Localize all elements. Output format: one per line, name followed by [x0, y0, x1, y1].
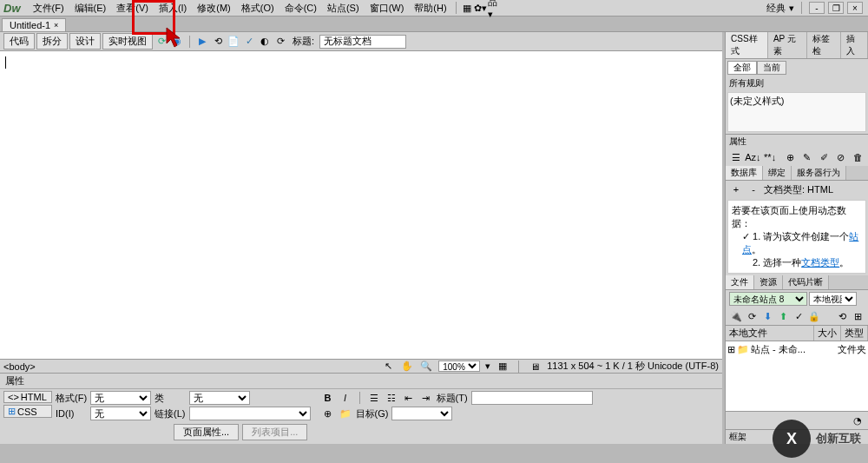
- link-select[interactable]: [189, 407, 311, 420]
- menu-help[interactable]: 帮助(H): [409, 0, 451, 17]
- sync-icon[interactable]: ⟲: [835, 309, 849, 323]
- file-row[interactable]: ⊞ 📁 站点 - 未命... 文件夹: [727, 343, 866, 356]
- layout-dropdown-icon[interactable]: ▾: [789, 3, 794, 14]
- view-select[interactable]: 本地视图: [809, 292, 857, 306]
- design-view-button[interactable]: 设计: [69, 33, 101, 50]
- indent-icon[interactable]: ⇥: [419, 391, 433, 405]
- menu-file[interactable]: 文件(F): [28, 0, 69, 17]
- new-rule-icon[interactable]: ✎: [800, 150, 813, 164]
- outdent-icon[interactable]: ⇤: [402, 391, 416, 405]
- tab-database[interactable]: 数据库: [726, 166, 763, 180]
- menu-view[interactable]: 查看(V): [111, 0, 154, 17]
- italic-icon[interactable]: I: [339, 391, 352, 405]
- file-list[interactable]: ⊞ 📁 站点 - 未命... 文件夹: [726, 341, 868, 411]
- design-editor[interactable]: [0, 51, 722, 359]
- ol-icon[interactable]: ☷: [385, 391, 398, 405]
- connect-icon[interactable]: 🔌: [729, 309, 743, 323]
- zoom-tool-icon[interactable]: 🔍: [419, 360, 433, 374]
- col-type[interactable]: 类型: [841, 326, 868, 341]
- menu-site[interactable]: 站点(S): [322, 0, 365, 17]
- close-button[interactable]: ×: [847, 2, 863, 14]
- refresh-files-icon[interactable]: ⟳: [745, 309, 759, 323]
- page-properties-button[interactable]: 页面属性...: [174, 424, 239, 440]
- delete-rule-icon[interactable]: 🗑: [852, 150, 865, 164]
- tab-server-behaviors[interactable]: 服务器行为: [792, 166, 846, 180]
- refresh-icon[interactable]: ⟲: [211, 35, 225, 49]
- tab-snippets[interactable]: 代码片断: [783, 275, 829, 289]
- menu-format[interactable]: 格式(O): [236, 0, 279, 17]
- validate-icon[interactable]: ✓: [242, 35, 256, 49]
- point-to-file-icon[interactable]: ⊕: [321, 407, 335, 420]
- live-code-icon[interactable]: ⟳: [155, 35, 168, 49]
- css-current-button[interactable]: 当前: [757, 61, 786, 75]
- expand-icon[interactable]: ⊞: [851, 309, 865, 323]
- target-select[interactable]: [391, 407, 452, 420]
- ul-icon[interactable]: ☰: [367, 391, 381, 405]
- minimize-button[interactable]: -: [809, 2, 825, 14]
- menu-commands[interactable]: 命令(C): [279, 0, 322, 17]
- show-set-icon[interactable]: **↓: [763, 150, 776, 164]
- props-html-tab[interactable]: <>HTML: [3, 391, 52, 403]
- select-tool-icon[interactable]: ↖: [381, 360, 395, 374]
- site-icon[interactable]: 品▾: [488, 1, 502, 15]
- tab-ap-elements[interactable]: AP 元素: [768, 32, 807, 58]
- col-size[interactable]: 大小: [814, 326, 841, 341]
- edit-rule-icon[interactable]: ✐: [818, 150, 831, 164]
- live-view-button[interactable]: 实时视图: [102, 33, 153, 50]
- inspect-icon[interactable]: ◉: [170, 35, 184, 49]
- menu-edit[interactable]: 编辑(E): [69, 0, 112, 17]
- class-select[interactable]: 无: [189, 391, 250, 405]
- document-tab[interactable]: Untitled-1 ×: [2, 18, 66, 31]
- maximize-button[interactable]: ❐: [828, 2, 844, 14]
- id-select[interactable]: 无: [90, 407, 151, 420]
- zoom-select[interactable]: 100%: [438, 360, 480, 372]
- doctype-link[interactable]: 文档类型: [801, 257, 839, 268]
- close-icon[interactable]: ×: [54, 21, 58, 30]
- put-icon[interactable]: ⬆: [776, 309, 790, 323]
- format-select[interactable]: 无: [90, 391, 151, 405]
- show-category-icon[interactable]: ☰: [729, 150, 742, 164]
- window-size-icon[interactable]: ▦: [496, 360, 510, 374]
- file-mgmt-icon[interactable]: 📄: [227, 35, 240, 49]
- menu-modify[interactable]: 修改(M): [192, 0, 236, 17]
- options-icon[interactable]: ⟳: [273, 35, 287, 49]
- tab-css-styles[interactable]: CSS样式: [726, 32, 768, 58]
- text-cursor: [5, 56, 6, 69]
- check-icon[interactable]: ◐: [258, 35, 272, 49]
- disable-icon[interactable]: ⊘: [834, 150, 847, 164]
- tag-selector[interactable]: <body>: [3, 361, 36, 372]
- extend-icon[interactable]: ✿▾: [474, 1, 488, 15]
- device-icon[interactable]: 🖥: [528, 360, 542, 374]
- bold-icon[interactable]: B: [321, 391, 335, 405]
- tab-bindings[interactable]: 绑定: [763, 166, 792, 180]
- expand-toggle-icon[interactable]: ⊞: [727, 344, 735, 355]
- show-list-icon[interactable]: Az↓: [746, 150, 760, 164]
- checkout-icon[interactable]: ✓: [792, 309, 806, 323]
- css-all-button[interactable]: 全部: [727, 61, 757, 75]
- site-select[interactable]: 未命名站点 8: [729, 292, 807, 306]
- tab-insert[interactable]: 插入: [841, 32, 868, 58]
- title-attr-input[interactable]: [471, 391, 593, 405]
- tab-files[interactable]: 文件: [726, 275, 754, 289]
- checkin-icon[interactable]: 🔒: [807, 309, 821, 323]
- remove-icon[interactable]: -: [746, 182, 760, 196]
- add-icon[interactable]: +: [729, 182, 743, 196]
- col-file[interactable]: 本地文件: [726, 326, 814, 341]
- css-rules-list[interactable]: (未定义样式): [727, 92, 866, 132]
- layout-label[interactable]: 经典: [766, 2, 786, 15]
- tab-assets[interactable]: 资源: [754, 275, 783, 289]
- attach-css-icon[interactable]: ⊕: [784, 150, 797, 164]
- menu-window[interactable]: 窗口(W): [365, 0, 410, 17]
- layout-icon[interactable]: ▦: [460, 1, 474, 15]
- properties-header[interactable]: 属性: [0, 374, 722, 389]
- menu-insert[interactable]: 插入(I): [154, 0, 192, 17]
- hand-tool-icon[interactable]: ✋: [400, 360, 414, 374]
- title-input[interactable]: [319, 35, 406, 49]
- tab-tag-inspector[interactable]: 标签检: [807, 32, 842, 58]
- code-view-button[interactable]: 代码: [3, 33, 35, 50]
- browse-folder-icon[interactable]: 📁: [339, 407, 352, 420]
- props-css-tab[interactable]: ⊞CSS: [3, 405, 52, 418]
- get-icon[interactable]: ⬇: [760, 309, 774, 323]
- browser-preview-icon[interactable]: ▶: [195, 35, 209, 49]
- split-view-button[interactable]: 拆分: [36, 33, 68, 50]
